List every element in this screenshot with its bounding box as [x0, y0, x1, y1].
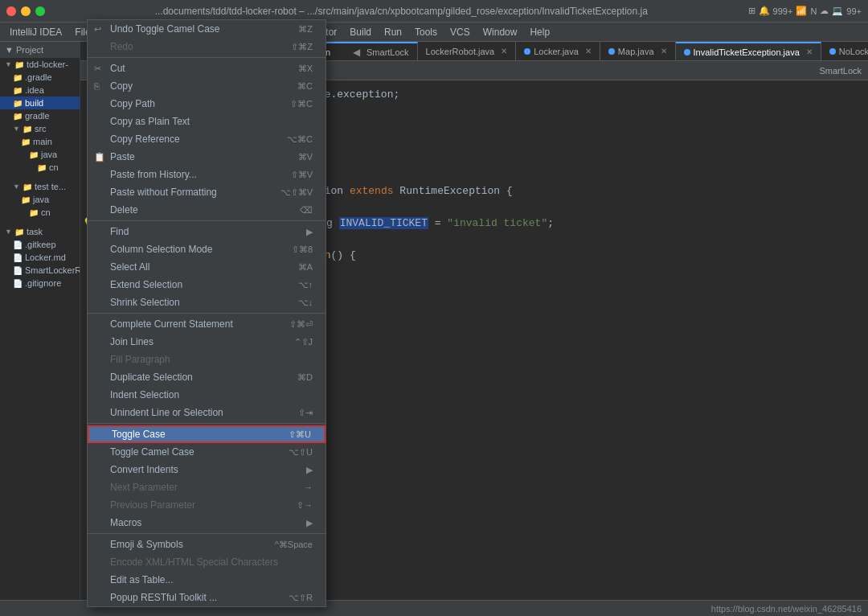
- menu-fill-para-label: Fill Paragraph: [110, 354, 170, 365]
- menu-copy[interactable]: ⎘ Copy ⌘C: [88, 77, 326, 95]
- sidebar-item-idea[interactable]: 📁 .idea: [0, 84, 80, 97]
- sidebar-header: ▼ Project: [0, 42, 80, 58]
- close-button[interactable]: [6, 6, 16, 16]
- undo-icon: ↩: [94, 24, 101, 35]
- menu-toggle-case[interactable]: Toggle Case ⇧⌘U: [88, 425, 326, 443]
- tab-close-3[interactable]: ✕: [661, 47, 667, 55]
- sidebar-smart-md-label: SmartLockerRobot.md: [25, 265, 80, 275]
- menu-join-lines-shortcut: ⌃⇧J: [294, 337, 313, 347]
- menu-find-label: Find: [110, 226, 129, 237]
- tab-nav-back[interactable]: ◀: [353, 47, 360, 58]
- menu-dup-sel-shortcut: ⌘D: [297, 372, 313, 383]
- divider-2: [88, 220, 326, 221]
- menu-restful[interactable]: Popup RESTful Toolkit ... ⌥⇧R: [88, 589, 326, 606]
- menu-join-lines[interactable]: Join Lines ⌃⇧J: [88, 333, 326, 351]
- menu-build[interactable]: Build: [343, 25, 378, 39]
- tab-invalid-java-label: InvalidTicketException.java: [694, 47, 800, 57]
- sidebar-item-gitkeep[interactable]: 📄 .gitkeep: [0, 238, 80, 251]
- tray-icon-bell[interactable]: 🔔: [759, 6, 770, 16]
- menu-indent-sel[interactable]: Indent Selection: [88, 386, 326, 404]
- sidebar-item-build[interactable]: 📁 build: [0, 97, 80, 109]
- menu-next-param-shortcut: →: [304, 483, 313, 492]
- menu-select-all-shortcut: ⌘A: [298, 262, 313, 273]
- tab-nolocker[interactable]: NoLockerAvailableExceptio... ✕: [821, 42, 868, 61]
- sidebar-item-gradle[interactable]: 📁 .gradle: [0, 71, 80, 84]
- tab-locker-icon: [524, 48, 530, 55]
- cut-icon: ✂: [94, 64, 101, 74]
- menu-emoji[interactable]: Emoji & Symbols ^⌘Space: [88, 536, 326, 553]
- sidebar-item-java2[interactable]: 📁 java: [0, 193, 80, 206]
- menu-cut[interactable]: ✂ Cut ⌘X: [88, 60, 326, 77]
- tab-close-1[interactable]: ✕: [501, 47, 507, 55]
- tab-close-2[interactable]: ✕: [585, 47, 592, 55]
- sidebar-item-gitignore[interactable]: 📄 .gitignore: [0, 277, 80, 290]
- divider-3: [88, 313, 326, 314]
- menu-tools[interactable]: Tools: [408, 25, 444, 39]
- menu-toggle-camel-shortcut: ⌥⇧U: [289, 447, 313, 458]
- minimize-button[interactable]: [21, 6, 31, 16]
- menu-macros[interactable]: Macros ▶: [88, 514, 326, 532]
- sidebar-item-test[interactable]: ▼ 📁 test te...: [0, 180, 80, 193]
- menu-column-select[interactable]: Column Selection Mode ⇧⌘8: [88, 240, 326, 258]
- menu-redo-label: Redo: [110, 41, 133, 52]
- sidebar-item-smart-md[interactable]: 📄 SmartLockerRobot.md: [0, 264, 80, 277]
- menu-copy-path[interactable]: Copy Path ⇧⌘C: [88, 95, 326, 113]
- tab-locker[interactable]: Locker.java ✕: [516, 42, 600, 61]
- menu-prev-param-shortcut: ⇧→: [297, 500, 313, 511]
- tab-close-4[interactable]: ✕: [806, 47, 813, 56]
- tab-smartlocker-label: SmartLock: [366, 47, 409, 57]
- menu-copy-ref[interactable]: Copy Reference ⌥⌘C: [88, 130, 326, 148]
- menu-select-all[interactable]: Select All ⌘A: [88, 258, 326, 276]
- menu-unindent-sel[interactable]: Unindent Line or Selection ⇧⇥: [88, 404, 326, 421]
- maximize-button[interactable]: [35, 6, 45, 16]
- menu-dup-sel[interactable]: Duplicate Selection ⌘D: [88, 368, 326, 386]
- tab-invalid-java[interactable]: InvalidTicketException.java ✕: [676, 42, 821, 61]
- menu-complete-stmt-shortcut: ⇧⌘⏎: [289, 319, 313, 330]
- menu-vcs[interactable]: VCS: [444, 25, 477, 39]
- menu-copy-ref-label: Copy Reference: [110, 133, 180, 145]
- menu-delete-label: Delete: [110, 204, 138, 216]
- sidebar-item-root[interactable]: ▼ 📁 tdd-locker-: [0, 58, 80, 71]
- tray-area: ⊞ 🔔 999+ 📶 N ☁ 💻 99+: [748, 6, 862, 16]
- copy-icon: ⎘: [94, 81, 100, 91]
- menu-toggle-case-label: Toggle Case: [112, 429, 166, 440]
- menu-shrink-sel[interactable]: Shrink Selection ⌥↓: [88, 294, 326, 311]
- sidebar-item-locker-md[interactable]: 📄 Locker.md: [0, 251, 80, 264]
- tab-locker-robot[interactable]: LockerRobot.java ✕: [418, 42, 517, 61]
- menu-paste[interactable]: 📋 Paste ⌘V: [88, 148, 326, 166]
- menu-undo[interactable]: ↩ Undo Toggle Camel Case ⌘Z: [88, 20, 326, 38]
- menu-idea[interactable]: IntelliJ IDEA: [3, 25, 68, 39]
- menu-help[interactable]: Help: [523, 25, 556, 39]
- sidebar-item-main[interactable]: 📁 main: [0, 135, 80, 148]
- sidebar-item-cn[interactable]: 📁 cn: [0, 161, 80, 174]
- menu-paste-noformat[interactable]: Paste without Formatting ⌥⇧⌘V: [88, 183, 326, 201]
- menu-edit-table[interactable]: Edit as Table...: [88, 571, 326, 589]
- sidebar-item-java[interactable]: 📁 java: [0, 148, 80, 161]
- menu-copy-plain[interactable]: Copy as Plain Text: [88, 113, 326, 130]
- menu-delete[interactable]: Delete ⌫: [88, 201, 326, 219]
- menu-toggle-camel[interactable]: Toggle Camel Case ⌥⇧U: [88, 443, 326, 461]
- sidebar-item-src[interactable]: ▼ 📁 src: [0, 122, 80, 135]
- tray-icon-grid[interactable]: ⊞: [748, 6, 755, 16]
- menu-extend-sel[interactable]: Extend Selection ⌥↑: [88, 276, 326, 294]
- menu-redo: Redo ⇧⌘Z: [88, 38, 326, 55]
- tab-map[interactable]: Map.java ✕: [600, 42, 676, 61]
- menu-convert-indents[interactable]: Convert Indents ▶: [88, 461, 326, 478]
- menu-paste-history[interactable]: Paste from History... ⇧⌘V: [88, 166, 326, 183]
- menu-complete-stmt[interactable]: Complete Current Statement ⇧⌘⏎: [88, 315, 326, 333]
- sidebar-item-task[interactable]: ▼ 📁 task: [0, 225, 80, 238]
- sidebar-main-label: main: [33, 137, 52, 146]
- menu-restful-label: Popup RESTful Toolkit ...: [110, 592, 217, 603]
- menu-toggle-case-shortcut: ⇧⌘U: [289, 429, 311, 440]
- menu-column-select-label: Column Selection Mode: [110, 244, 212, 255]
- menu-delete-shortcut: ⌫: [300, 205, 313, 216]
- menu-find[interactable]: Find ▶: [88, 223, 326, 240]
- menu-paste-label: Paste: [110, 151, 135, 162]
- menu-window[interactable]: Window: [477, 25, 524, 39]
- sidebar-gradle2-label: gradle: [25, 111, 50, 121]
- sidebar-item-gradle2[interactable]: 📁 gradle: [0, 109, 80, 122]
- menu-convert-indents-shortcut: ▶: [306, 465, 313, 475]
- menu-run[interactable]: Run: [378, 25, 408, 39]
- sidebar-cn-label: cn: [49, 162, 59, 172]
- sidebar-item-cn2[interactable]: 📁 cn: [0, 206, 80, 219]
